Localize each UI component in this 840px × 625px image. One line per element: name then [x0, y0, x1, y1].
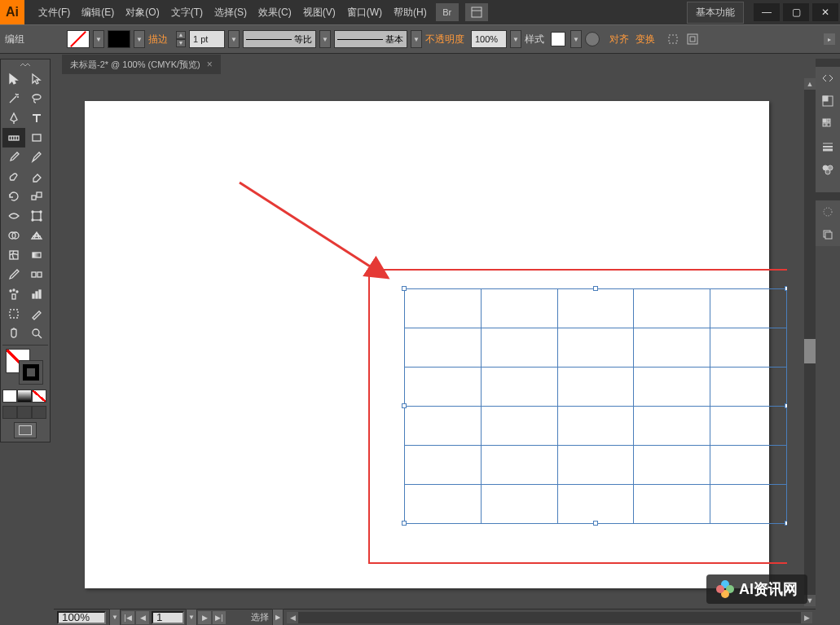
- blend-tool[interactable]: [25, 265, 48, 284]
- menu-edit[interactable]: 编辑(E): [76, 6, 120, 20]
- color-mode-color[interactable]: [2, 390, 17, 403]
- blob-brush-tool[interactable]: [2, 167, 25, 187]
- workspace-selector[interactable]: 基本功能: [687, 2, 744, 24]
- first-artboard-button[interactable]: |◀: [121, 611, 134, 624]
- stroke-weight-dropdown[interactable]: ▼: [228, 30, 240, 48]
- horizontal-scrollbar[interactable]: ◀ ▶: [287, 612, 812, 623]
- color-panel-icon[interactable]: [816, 90, 840, 112]
- menu-effect[interactable]: 效果(C): [253, 6, 297, 20]
- column-graph-tool[interactable]: [25, 284, 48, 304]
- symbol-sprayer-tool[interactable]: [2, 284, 25, 304]
- scroll-right-button[interactable]: ▶: [801, 612, 812, 623]
- menu-help[interactable]: 帮助(H): [388, 6, 433, 20]
- arrange-docs-button[interactable]: [465, 3, 488, 21]
- stroke-swatch[interactable]: [108, 30, 130, 48]
- draw-behind[interactable]: [17, 406, 32, 419]
- zoom-tool[interactable]: [25, 324, 48, 343]
- document-tab-close[interactable]: ×: [207, 59, 213, 70]
- style-dropdown[interactable]: ▼: [570, 30, 582, 48]
- maximize-button[interactable]: ▢: [783, 3, 809, 21]
- hand-tool[interactable]: [2, 324, 25, 343]
- options-overflow[interactable]: ▸: [824, 33, 835, 45]
- clip-mask-icon[interactable]: [686, 33, 699, 46]
- brush-profile[interactable]: 基本: [334, 30, 407, 48]
- vscroll-thumb[interactable]: [804, 339, 816, 363]
- stroke-box[interactable]: [19, 360, 43, 385]
- fill-swatch[interactable]: [67, 30, 90, 48]
- selection-handle[interactable]: [785, 286, 787, 291]
- perspective-grid-tool[interactable]: [25, 226, 48, 245]
- selection-tool[interactable]: [2, 69, 25, 89]
- opacity-dropdown[interactable]: ▼: [510, 30, 521, 48]
- shape-builder-tool[interactable]: [2, 226, 25, 245]
- selection-handle[interactable]: [402, 286, 407, 291]
- artboard-dropdown[interactable]: ▼: [186, 609, 197, 626]
- rotate-tool[interactable]: [2, 187, 25, 206]
- screen-mode-button[interactable]: [14, 422, 37, 438]
- draw-inside[interactable]: [32, 406, 46, 419]
- direct-selection-tool[interactable]: [25, 69, 48, 89]
- free-transform-tool[interactable]: [25, 206, 48, 226]
- rail-drag-handle-2[interactable]: [816, 192, 840, 200]
- selection-handle[interactable]: [593, 286, 598, 291]
- color-mode-none[interactable]: [32, 390, 46, 403]
- color-mode-gradient[interactable]: [17, 390, 32, 403]
- align-label[interactable]: 对齐: [609, 33, 629, 46]
- pencil-tool[interactable]: [25, 147, 48, 167]
- selection-handle[interactable]: [402, 521, 407, 526]
- menu-type[interactable]: 文字(T): [165, 6, 209, 20]
- stroke-panel-icon[interactable]: [816, 135, 840, 158]
- stroke-dropdown[interactable]: ▼: [134, 30, 145, 48]
- zoom-field[interactable]: [57, 611, 106, 624]
- prev-artboard-button[interactable]: ◀: [136, 611, 149, 624]
- menu-view[interactable]: 视图(V): [297, 6, 341, 20]
- selection-handle[interactable]: [785, 403, 787, 408]
- status-info-dropdown[interactable]: ▶: [272, 609, 284, 626]
- scale-tool[interactable]: [25, 187, 48, 206]
- toolpanel-collapse[interactable]: [2, 63, 48, 69]
- opacity-field[interactable]: [471, 30, 507, 48]
- selection-handle[interactable]: [593, 521, 598, 526]
- opacity-label[interactable]: 不透明度: [425, 33, 464, 46]
- line-segment-tool[interactable]: [2, 128, 25, 147]
- symbols-panel-icon[interactable]: [816, 158, 840, 181]
- menu-window[interactable]: 窗口(W): [341, 6, 388, 20]
- artboard-number-field[interactable]: [152, 611, 184, 624]
- menu-object[interactable]: 对象(O): [120, 6, 165, 20]
- mesh-tool[interactable]: [2, 245, 25, 265]
- scroll-left-button[interactable]: ◀: [287, 612, 298, 623]
- slice-tool[interactable]: [25, 304, 48, 324]
- fill-dropdown[interactable]: ▼: [93, 30, 104, 48]
- lasso-tool[interactable]: [25, 89, 48, 108]
- menu-file[interactable]: 文件(F): [33, 6, 76, 20]
- pen-tool[interactable]: [2, 108, 25, 128]
- layers-panel-icon[interactable]: [816, 223, 840, 246]
- stroke-label[interactable]: 描边: [148, 33, 168, 46]
- fill-stroke-control[interactable]: [2, 349, 48, 388]
- rail-drag-handle[interactable]: [816, 59, 840, 67]
- recolor-artwork-icon[interactable]: [585, 32, 600, 46]
- draw-normal[interactable]: [2, 406, 17, 419]
- scroll-up-button[interactable]: ▲: [804, 78, 816, 90]
- selection-handle[interactable]: [402, 403, 407, 408]
- swatches-panel-icon[interactable]: [816, 112, 840, 135]
- zoom-dropdown[interactable]: ▼: [109, 609, 121, 626]
- type-tool[interactable]: [25, 108, 48, 128]
- close-button[interactable]: ✕: [812, 3, 838, 21]
- artboard-tool[interactable]: [2, 304, 25, 324]
- eraser-tool[interactable]: [25, 167, 48, 187]
- selection-handle[interactable]: [785, 521, 787, 526]
- rail-expand-icon[interactable]: [816, 67, 840, 90]
- magic-wand-tool[interactable]: [2, 89, 25, 108]
- stroke-weight-down[interactable]: ▼: [176, 39, 186, 47]
- canvas-viewport[interactable]: [62, 78, 787, 606]
- brush-profile-dropdown[interactable]: ▼: [411, 30, 422, 48]
- last-artboard-button[interactable]: ▶|: [213, 611, 226, 624]
- next-artboard-button[interactable]: ▶: [198, 611, 211, 624]
- width-tool[interactable]: [2, 206, 25, 226]
- minimize-button[interactable]: —: [754, 3, 780, 21]
- stroke-weight-field[interactable]: [189, 30, 225, 48]
- rectangular-grid-object[interactable]: [404, 288, 787, 524]
- vertical-scrollbar[interactable]: ▲ ▼: [804, 78, 816, 606]
- menu-select[interactable]: 选择(S): [209, 6, 253, 20]
